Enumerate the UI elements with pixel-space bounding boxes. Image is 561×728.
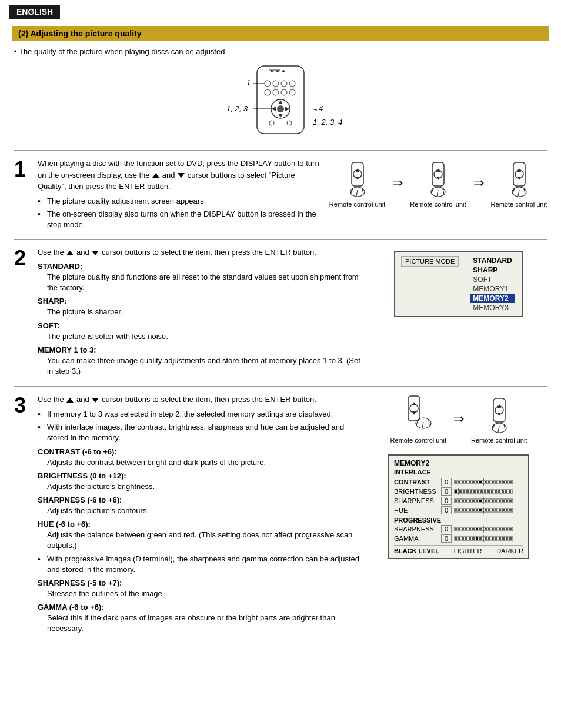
svg-line-26 <box>312 109 317 110</box>
step3-remote-unit-1: Remote control unit <box>390 394 446 444</box>
svg-rect-148 <box>476 528 478 530</box>
step3-term-contrast: CONTRAST (-6 to +6): Adjusts the contras… <box>38 447 365 468</box>
osd-item-soft: SOFT <box>470 275 514 284</box>
svg-point-6 <box>273 81 279 87</box>
svg-rect-95 <box>480 490 483 493</box>
svg-rect-70 <box>455 481 457 483</box>
down-arrow-icon-3 <box>92 398 99 403</box>
step3-bullet3: • With progressive images (D terminal), … <box>38 554 365 575</box>
svg-rect-85 <box>509 481 512 483</box>
svg-point-20 <box>287 121 292 125</box>
arrow-right-2: ⇒ <box>473 175 484 191</box>
header-language: ENGLISH <box>16 7 53 16</box>
svg-rect-173 <box>502 537 505 540</box>
svg-rect-96 <box>484 490 486 493</box>
hand-press-icon-1 <box>341 158 373 199</box>
svg-rect-82 <box>499 481 501 483</box>
osd-mode-label: PICTURE MODE <box>401 256 459 267</box>
up-arrow-icon-2 <box>66 251 74 255</box>
svg-rect-149 <box>479 528 482 530</box>
svg-rect-103 <box>509 490 511 493</box>
svg-rect-99 <box>495 490 497 493</box>
svg-rect-109 <box>465 500 468 502</box>
svg-rect-144 <box>462 528 464 530</box>
svg-rect-78 <box>485 481 487 483</box>
svg-rect-130 <box>476 509 478 511</box>
osd-menu: STANDARD SHARP SOFT MEMORY1 MEMORY2 <box>470 256 514 313</box>
svg-point-18 <box>277 105 284 112</box>
osd-item-standard: STANDARD <box>470 256 514 265</box>
svg-rect-174 <box>506 537 508 540</box>
svg-rect-142 <box>455 528 457 530</box>
step3-remote-unit-2: Remote control unit <box>471 394 527 444</box>
svg-rect-77 <box>479 481 482 483</box>
svg-rect-147 <box>472 528 475 530</box>
step3-right: Remote control unit ⇒ Remote control u <box>370 394 547 636</box>
svg-rect-91 <box>466 490 469 493</box>
svg-rect-152 <box>492 528 494 530</box>
svg-rect-156 <box>506 528 508 530</box>
prog-sharpness-bar-icon <box>454 526 513 533</box>
svg-rect-112 <box>476 500 478 502</box>
diagram-area: 1 1, 2, 3 4 1, 2, 3, 4 <box>14 63 547 139</box>
contrast-bar-icon <box>454 478 513 486</box>
svg-line-58 <box>422 422 423 428</box>
step2-text: Use the and cursor buttons to select the… <box>38 247 365 258</box>
mem-row-gamma: GAMMA 0 <box>394 534 523 543</box>
hand-press-icon-2 <box>422 158 454 199</box>
svg-rect-120 <box>506 500 508 502</box>
remote-diagram-svg: 1 1, 2, 3 4 1, 2, 3, 4 <box>204 63 357 139</box>
svg-rect-146 <box>469 528 471 530</box>
arrow-right-1: ⇒ <box>392 175 403 191</box>
step3-term-brightness: BRIGHTNESS (0 to +12): Adjusts the pictu… <box>38 471 365 492</box>
svg-rect-97 <box>487 490 490 493</box>
memory-subtitle: INTERLACE <box>394 468 523 476</box>
svg-marker-16 <box>272 107 276 111</box>
step3-term-hue: HUE (-6 to +6): Adjusts the balance betw… <box>38 520 365 551</box>
svg-text:1, 2, 3: 1, 2, 3 <box>226 104 248 113</box>
svg-rect-128 <box>469 509 471 511</box>
svg-rect-118 <box>499 500 501 502</box>
step3-bullet2: • With interlace images, the contrast, b… <box>38 422 365 443</box>
step2-body: Use the and cursor buttons to select the… <box>38 247 370 379</box>
svg-marker-54 <box>412 402 416 405</box>
svg-rect-100 <box>498 490 500 493</box>
svg-rect-168 <box>485 537 487 540</box>
svg-rect-84 <box>506 481 508 483</box>
svg-rect-137 <box>502 509 505 511</box>
remote-label-1: Remote control unit <box>329 201 385 208</box>
remote-label-3: Remote control unit <box>491 201 547 208</box>
svg-rect-106 <box>455 500 457 502</box>
svg-rect-94 <box>477 490 479 493</box>
step3-remote-label-1: Remote control unit <box>390 437 446 444</box>
svg-point-11 <box>281 89 287 95</box>
memory-box: MEMORY2 INTERLACE CONTRAST 0 <box>388 454 529 559</box>
mem-row-brightness: BRIGHTNESS 0 <box>394 487 523 496</box>
step1-bullet1: • The picture quality adjustment screen … <box>38 196 323 208</box>
mem-row-prog-sharpness: SHARPNESS 0 <box>394 525 523 533</box>
svg-rect-172 <box>499 537 501 540</box>
svg-line-34 <box>356 190 358 196</box>
svg-rect-79 <box>488 481 490 483</box>
svg-point-9 <box>265 89 271 95</box>
svg-rect-88 <box>455 490 457 493</box>
step2-term-memory: MEMORY 1 to 3: You can make three image … <box>38 345 365 377</box>
svg-rect-132 <box>485 509 487 511</box>
mem-row-sharpness: SHARPNESS 0 <box>394 497 523 505</box>
hand-press-icon-s3b <box>483 394 515 435</box>
mem-row-hue: HUE 0 <box>394 506 523 514</box>
svg-rect-108 <box>462 500 464 502</box>
osd-item-memory3: MEMORY3 <box>470 303 514 313</box>
svg-rect-155 <box>502 528 505 530</box>
step1-body: When playing a disc with the function se… <box>38 158 329 232</box>
memory-box-footer: BLACK LEVEL LIGHTER DARKER <box>394 545 523 554</box>
svg-rect-74 <box>469 481 471 483</box>
step2-term-standard: STANDARD: The picture quality and functi… <box>38 262 365 293</box>
up-arrow-icon-3 <box>66 398 74 403</box>
svg-text:4: 4 <box>319 104 323 113</box>
svg-rect-93 <box>473 490 476 493</box>
footer-lighter: LIGHTER <box>454 547 482 554</box>
step3-body: Use the and cursor buttons to select the… <box>38 394 370 636</box>
svg-rect-145 <box>465 528 468 530</box>
svg-marker-55 <box>412 411 416 415</box>
